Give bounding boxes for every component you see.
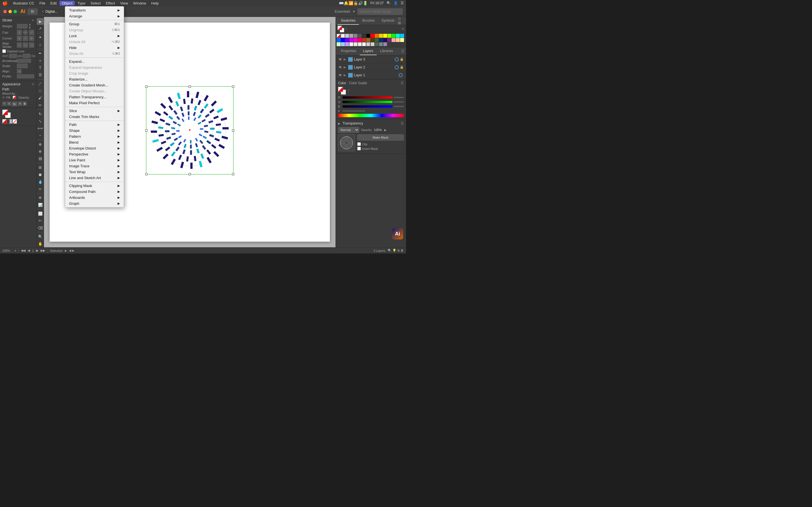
scale-tool[interactable]: ⤡	[37, 118, 44, 124]
swatch-item[interactable]	[392, 38, 396, 42]
align-inside[interactable]: ⬚	[23, 43, 28, 48]
menubar-object[interactable]: Object	[59, 1, 75, 6]
menu-perspective[interactable]: Perspective	[65, 151, 124, 157]
workspace-label[interactable]: Essentials	[335, 10, 350, 13]
shape-builder-tool[interactable]: ⊕	[37, 141, 44, 148]
swatch-item[interactable]	[370, 38, 374, 42]
menu-create-gradient-mesh[interactable]: Create Gradient Mesh...	[65, 82, 124, 88]
handle-tr[interactable]	[232, 86, 234, 88]
layer3-lock[interactable]: 🔒	[400, 57, 404, 61]
handle-ml[interactable]	[145, 129, 147, 131]
swatch-item[interactable]	[349, 38, 353, 42]
menu-make-pixel-perfect[interactable]: Make Pixel Perfect	[65, 100, 124, 106]
symbols-tool[interactable]: ⊛	[37, 194, 44, 201]
menu-group[interactable]: Group ⌘G	[65, 21, 124, 27]
swatch-item[interactable]	[379, 42, 383, 46]
cap-butt[interactable]: |	[17, 30, 22, 35]
menubar-select[interactable]: Select	[88, 1, 103, 6]
weight-spinner[interactable]: ⬆⬇	[29, 23, 31, 29]
delete-icon[interactable]: 🗑	[23, 102, 27, 106]
fg-color-swatch[interactable]	[2, 110, 8, 115]
swatch-item[interactable]	[362, 42, 366, 46]
swatch-item[interactable]	[354, 38, 357, 42]
none-fill-icon[interactable]	[12, 119, 17, 124]
swatch-item[interactable]	[375, 42, 378, 46]
swatch-item[interactable]	[400, 38, 404, 42]
handle-bl[interactable]	[145, 173, 147, 175]
layer3-expand[interactable]: ▶	[344, 58, 347, 61]
menu-arrange[interactable]: Arrange	[65, 13, 124, 19]
swatch-item[interactable]	[379, 38, 383, 42]
swatch-item[interactable]	[345, 42, 349, 46]
swatch-item[interactable]	[370, 34, 374, 38]
menubar-type[interactable]: Type	[75, 1, 88, 6]
make-mask-button[interactable]: Make Mask	[357, 134, 404, 140]
tab-symbols[interactable]: Symbols	[378, 17, 398, 25]
fill-visibility-icon[interactable]: 👁	[2, 96, 5, 99]
brush-tool[interactable]: 🖌	[37, 95, 44, 101]
tab-close-icon[interactable]: ✕	[42, 10, 44, 13]
eyedropper-tool[interactable]: 💧	[37, 178, 44, 185]
layer1-vis-icon[interactable]: 👁	[338, 73, 343, 77]
menu-path[interactable]: Path	[65, 122, 124, 128]
align-outside[interactable]: ⬚	[29, 43, 34, 48]
workspace-chevron[interactable]: ▾	[353, 10, 355, 13]
menubar-file[interactable]: File	[37, 1, 48, 6]
tab-layers[interactable]: Layers	[360, 47, 377, 55]
lasso-tool[interactable]: ⌂	[37, 41, 44, 48]
dock-ai-icon[interactable]: Ai	[392, 228, 403, 239]
menu-pattern[interactable]: Pattern	[65, 133, 124, 139]
dashed-line-checkbox[interactable]	[2, 49, 6, 53]
appearance-panel-close[interactable]: ✕	[32, 82, 34, 86]
swatch-item[interactable]	[345, 38, 349, 42]
menubar-user-icon[interactable]: 👤	[394, 1, 398, 5]
swatch-item[interactable]	[362, 34, 366, 38]
apple-menu[interactable]: 🍎	[2, 1, 8, 6]
swatch-item[interactable]	[379, 34, 383, 38]
swatch-item[interactable]	[383, 38, 387, 42]
line-tool[interactable]: ／	[37, 80, 44, 87]
handle-bc[interactable]	[189, 173, 191, 175]
tab-brushes[interactable]: Brushes	[359, 17, 378, 25]
corner-miter[interactable]: ◇	[17, 36, 22, 41]
gradient-tool[interactable]: ◼	[37, 171, 44, 178]
curvature-tool[interactable]: ≈	[37, 57, 44, 64]
menubar-help[interactable]: Help	[149, 1, 161, 6]
swatch-item[interactable]	[383, 42, 387, 46]
invert-mask-checkbox[interactable]	[357, 147, 361, 151]
b-slider[interactable]	[343, 105, 393, 108]
statusbar-icons[interactable]: 🔍 💡 ⊕ 🗑	[388, 249, 404, 252]
align-center[interactable]: ⬚	[17, 43, 22, 48]
swatch-item[interactable]	[396, 34, 400, 38]
rect-tool[interactable]: □	[37, 87, 44, 94]
weight-input[interactable]	[17, 24, 28, 29]
menu-show-all[interactable]: Show All ⌥⌘3	[65, 51, 124, 57]
tab-properties[interactable]: Properties	[338, 47, 360, 55]
fill-color-swatch[interactable]	[13, 96, 16, 99]
object-dropdown-menu[interactable]: Transform Arrange Group ⌘G Ungroup ⇧⌘G L…	[65, 6, 124, 208]
swatch-pattern[interactable]	[366, 42, 370, 46]
menu-flatten-transparency[interactable]: Flatten Transparency...	[65, 94, 124, 100]
menu-create-object-mosaic[interactable]: Create Object Mosaic...	[65, 88, 124, 94]
swatch-item[interactable]	[337, 38, 341, 42]
mesh-tool[interactable]: ⊞	[37, 164, 44, 171]
menu-clipping-mask[interactable]: Clipping Mask	[65, 183, 124, 189]
menu-unlock-all[interactable]: Unlock All ⌥⌘2	[65, 39, 124, 45]
rotate-tool[interactable]: ↻	[37, 110, 44, 117]
layer1-expand[interactable]: ▶	[344, 73, 347, 76]
menubar-effect[interactable]: Effect	[103, 1, 117, 6]
tab-br[interactable]: Br	[28, 8, 38, 15]
swatch-item[interactable]	[388, 34, 391, 38]
menu-live-paint[interactable]: Live Paint	[65, 157, 124, 163]
swatch-item[interactable]	[358, 42, 362, 46]
swatch-item[interactable]	[362, 38, 366, 42]
width-tool[interactable]: ⟺	[37, 125, 44, 131]
menu-hide[interactable]: Hide	[65, 45, 124, 51]
swatch-item[interactable]	[349, 42, 353, 46]
handle-br[interactable]	[232, 173, 234, 175]
artboard-tool[interactable]: ⬜	[37, 210, 44, 217]
r-slider[interactable]	[343, 96, 393, 99]
page-nav-back[interactable]: ◀	[28, 249, 30, 252]
corner-round[interactable]: ○	[23, 36, 28, 41]
gradient-icon[interactable]	[7, 119, 12, 124]
